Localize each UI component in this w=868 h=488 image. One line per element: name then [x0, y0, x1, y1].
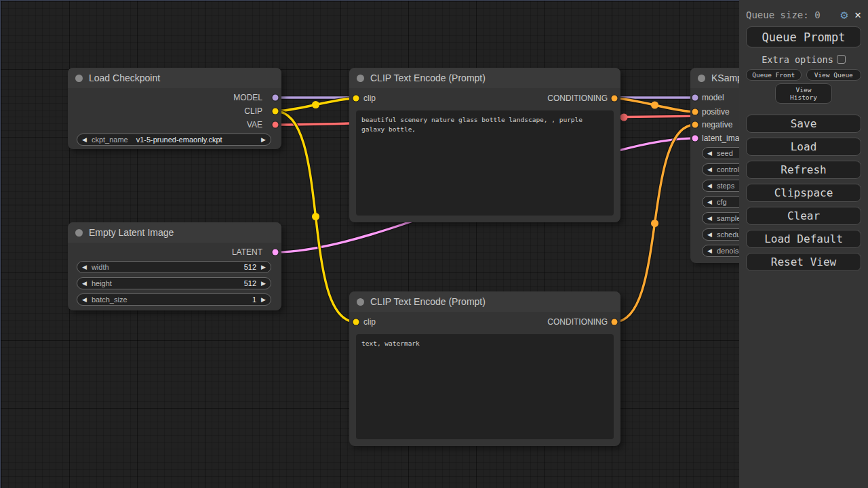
node-load-checkpoint[interactable]: Load Checkpoint MODEL CLIP VAE ◀ ckpt_na…	[68, 68, 281, 149]
input-label-positive: positive	[702, 107, 730, 117]
output-port-conditioning[interactable]	[612, 319, 618, 325]
queue-size-row: Queue size: 0 ⚙ ✕	[746, 6, 861, 24]
positive-prompt-textarea[interactable]: beautiful scenery nature glass bottle la…	[356, 110, 614, 216]
collapse-dot-icon[interactable]	[698, 75, 705, 82]
settings-gear-icon[interactable]: ⚙	[841, 9, 848, 21]
widget-label: batch_size	[92, 296, 127, 304]
widget-right-arrow-icon[interactable]: ▶	[256, 297, 271, 303]
queue-prompt-button[interactable]: Queue Prompt	[746, 26, 861, 47]
output-port-conditioning[interactable]	[612, 96, 618, 102]
view-queue-button[interactable]: View Queue	[806, 69, 862, 81]
collapse-dot-icon[interactable]	[75, 229, 83, 237]
collapse-dot-icon[interactable]	[357, 75, 364, 82]
output-port-latent[interactable]	[273, 249, 279, 256]
widget-left-arrow-icon[interactable]: ◀	[77, 264, 92, 270]
node-clip-text-encode-positive[interactable]: CLIP Text Encode (Prompt) clip CONDITION…	[349, 68, 620, 222]
queue-small-buttons: Queue Front View Queue	[746, 69, 861, 81]
node-title-bar[interactable]: Load Checkpoint	[68, 68, 281, 88]
widget-label: steps	[717, 182, 734, 190]
widget-left-arrow-icon[interactable]: ◀	[77, 137, 92, 143]
load-button[interactable]: Load	[746, 138, 861, 156]
menu-button-list: Save Load Refresh Clipspace Clear Load D…	[746, 115, 861, 271]
widget-width[interactable]: ◀ width 512 ▶	[77, 261, 271, 273]
view-history-line2: History	[790, 94, 817, 101]
widget-label: ckpt_name	[92, 136, 128, 144]
widget-label: seed	[717, 149, 733, 157]
view-history-button[interactable]: View History	[775, 83, 832, 104]
node-title: Load Checkpoint	[89, 73, 160, 83]
output-port-vae[interactable]	[273, 122, 279, 128]
output-label-conditioning: CONDITIONING	[547, 94, 608, 103]
node-title-bar[interactable]: CLIP Text Encode (Prompt)	[349, 68, 620, 88]
widget-left-arrow-icon[interactable]: ◀	[77, 297, 92, 303]
view-history-line1: View	[796, 86, 812, 94]
node-title: Empty Latent Image	[89, 227, 174, 238]
widget-value: 512	[244, 263, 256, 271]
widget-value: v1-5-pruned-emaonly.ckpt	[136, 136, 222, 144]
comfyui-app: Load Checkpoint MODEL CLIP VAE ◀ ckpt_na…	[0, 0, 868, 488]
collapse-dot-icon[interactable]	[75, 75, 83, 82]
reset-view-button[interactable]: Reset View	[746, 253, 861, 271]
widget-label: height	[92, 279, 112, 287]
widget-ckpt-name[interactable]: ◀ ckpt_name v1-5-pruned-emaonly.ckpt ▶	[77, 134, 271, 146]
comfy-menu: Queue size: 0 ⚙ ✕ Queue Prompt Extra opt…	[739, 0, 868, 488]
load-default-button[interactable]: Load Default	[746, 230, 861, 248]
widget-left-arrow-icon[interactable]: ◀	[703, 216, 717, 222]
widget-left-arrow-icon[interactable]: ◀	[703, 150, 717, 157]
widget-label: cfg	[717, 198, 727, 206]
node-title: CLIP Text Encode (Prompt)	[370, 296, 486, 307]
node-title: CLIP Text Encode (Prompt)	[370, 73, 486, 83]
widget-left-arrow-icon[interactable]: ◀	[77, 281, 92, 287]
output-label-model: MODEL	[233, 93, 262, 102]
widget-left-arrow-icon[interactable]: ◀	[703, 183, 717, 189]
close-icon[interactable]: ✕	[854, 9, 861, 20]
widget-right-arrow-icon[interactable]: ▶	[256, 281, 271, 287]
node-title-bar[interactable]: CLIP Text Encode (Prompt)	[349, 291, 620, 312]
widget-right-arrow-icon[interactable]: ▶	[256, 137, 271, 143]
input-label-negative: negative	[702, 120, 732, 129]
input-port-clip[interactable]	[353, 96, 359, 102]
queue-front-button[interactable]: Queue Front	[746, 69, 802, 81]
extra-options-row: Extra options	[746, 54, 861, 65]
output-port-model[interactable]	[273, 95, 279, 101]
widget-height[interactable]: ◀ height 512 ▶	[77, 277, 271, 289]
extra-options-label: Extra options	[762, 54, 833, 65]
widget-batch-size[interactable]: ◀ batch_size 1 ▶	[77, 293, 271, 306]
input-label-model: model	[702, 93, 724, 102]
widget-right-arrow-icon[interactable]: ▶	[256, 264, 271, 270]
output-label-clip: CLIP	[244, 106, 262, 116]
collapse-dot-icon[interactable]	[357, 298, 364, 306]
widget-value: 512	[244, 279, 256, 287]
output-label-latent: LATENT	[232, 247, 262, 257]
widget-label: width	[92, 263, 109, 271]
input-port-positive[interactable]	[692, 109, 698, 115]
refresh-button[interactable]: Refresh	[746, 161, 861, 179]
output-label-conditioning: CONDITIONING	[547, 317, 608, 327]
extra-options-checkbox[interactable]	[837, 55, 846, 64]
widget-left-arrow-icon[interactable]: ◀	[703, 167, 717, 173]
input-label-clip: clip	[363, 317, 376, 327]
save-button[interactable]: Save	[746, 115, 861, 133]
node-clip-text-encode-negative[interactable]: CLIP Text Encode (Prompt) clip CONDITION…	[349, 291, 620, 446]
clear-button[interactable]: Clear	[746, 207, 861, 225]
input-port-negative[interactable]	[692, 122, 698, 128]
output-label-vae: VAE	[247, 120, 262, 129]
queue-size-label: Queue size: 0	[746, 9, 821, 20]
widget-left-arrow-icon[interactable]: ◀	[703, 248, 717, 254]
clipspace-button[interactable]: Clipspace	[746, 184, 861, 202]
input-port-clip[interactable]	[353, 319, 359, 325]
input-port-model[interactable]	[692, 95, 698, 101]
input-port-latent-image[interactable]	[692, 136, 698, 142]
output-port-clip[interactable]	[273, 108, 279, 115]
node-title-bar[interactable]: Empty Latent Image	[68, 222, 281, 243]
node-empty-latent-image[interactable]: Empty Latent Image LATENT ◀ width 512 ▶ …	[68, 222, 281, 310]
widget-left-arrow-icon[interactable]: ◀	[703, 199, 717, 205]
negative-prompt-textarea[interactable]: text, watermark	[356, 334, 614, 439]
widget-left-arrow-icon[interactable]: ◀	[703, 232, 717, 238]
input-label-clip: clip	[363, 94, 376, 103]
